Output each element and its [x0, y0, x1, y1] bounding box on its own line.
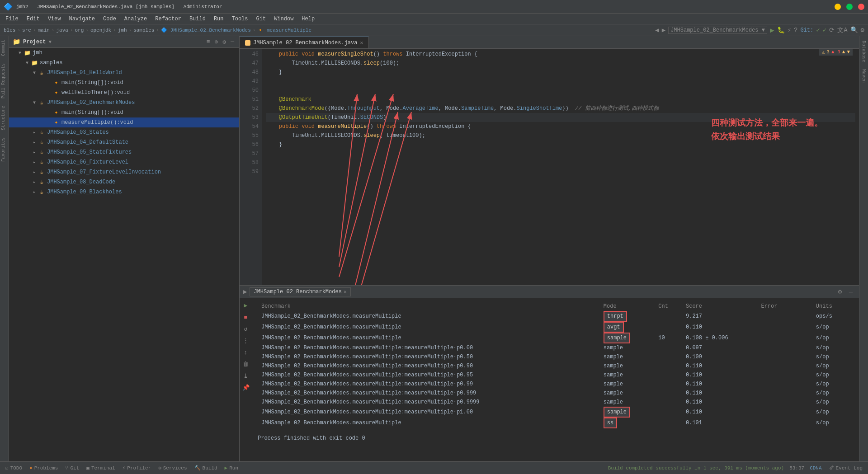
status-terminal-button[interactable]: ▣ Terminal [85, 465, 117, 471]
scroll-down[interactable]: ▼ [847, 49, 850, 55]
cell-cnt [655, 418, 682, 428]
git-history[interactable]: ⟳ [829, 26, 835, 34]
menu-tools[interactable]: Tools [228, 15, 252, 23]
panel-scroll-target[interactable]: ⊕ [213, 38, 220, 46]
run-filter-button[interactable]: ⋮ [241, 336, 250, 345]
project-dropdown[interactable]: ▼ [48, 39, 52, 45]
menu-build[interactable]: Build [186, 15, 209, 23]
status-problems-button[interactable]: ● Problems [28, 465, 60, 471]
tree-item-samples[interactable]: ▼ 📁 samples [9, 58, 239, 68]
right-tab-database[interactable]: Database [860, 38, 867, 65]
menu-navigate[interactable]: Navigate [65, 15, 99, 23]
menu-analyze[interactable]: Analyze [121, 15, 151, 23]
run-tab-benchmarkmodes[interactable]: JMHSample_02_BenchmarkModes ✕ [250, 287, 350, 296]
status-build-button[interactable]: 🔨 Build [193, 465, 219, 471]
mode-badge-red: sample [604, 333, 630, 343]
right-tab-maven[interactable]: Maven [860, 66, 867, 85]
run-rerun-button[interactable]: ↺ [241, 324, 250, 333]
run-pin-button[interactable]: 📌 [241, 383, 250, 392]
close-button[interactable] [858, 4, 864, 10]
profile-button[interactable]: ⚡ [788, 26, 791, 34]
tree-item-benchmarkmodes[interactable]: ▼ ☕ JMHSample_02_BenchmarkModes [9, 98, 239, 108]
breadcrumb-java[interactable]: java [56, 28, 68, 33]
forward-button[interactable]: ▶ [662, 26, 665, 34]
tree-item-states[interactable]: ▸ ☕ JMHSample_03_States [9, 127, 239, 137]
tree-item-blackholes[interactable]: ▸ ☕ JMHSample_09_Blackholes [9, 187, 239, 197]
tree-item-fixturelevel[interactable]: ▸ ☕ JMHSample_06_FixtureLevel [9, 157, 239, 167]
translate-button[interactable]: 文A [837, 26, 847, 34]
minimize-button[interactable] [835, 4, 841, 10]
config-dropdown[interactable]: JMHSample_02_BenchmarkModes ▼ [668, 27, 767, 34]
structure-tab[interactable]: Structure [0, 102, 9, 134]
event-log-button[interactable]: 🗞 Event Log [827, 465, 864, 471]
help-button[interactable]: ? [794, 27, 797, 34]
pull-requests-tab[interactable]: Pull Requests [0, 60, 9, 102]
breadcrumb-samples[interactable]: samples [133, 28, 154, 33]
tree-item-statefixtures[interactable]: ▸ ☕ JMHSample_05_StateFixtures [9, 147, 239, 157]
status-bar-left: ☑ TODO ● Problems ⑂ Git ▣ Terminal ⚡ Pro… [4, 465, 240, 471]
tree-item-defaultstate[interactable]: ▸ ☕ JMHSample_04_DefaultState [9, 137, 239, 147]
run-tab-close[interactable]: ✕ [344, 289, 347, 295]
breadcrumb-main[interactable]: main [38, 28, 49, 33]
status-services-button[interactable]: ⚙ Services [156, 465, 189, 471]
tree-item-wellhello[interactable]: ▸ 🔸 wellHelloThere():void [9, 88, 239, 98]
run-config-button[interactable]: ▶ [770, 26, 774, 35]
breadcrumb-openjdk[interactable]: openjdk [90, 28, 111, 33]
status-todo-button[interactable]: ☑ TODO [4, 465, 24, 471]
maximize-button[interactable] [846, 4, 853, 10]
tree-item-deadcode[interactable]: ▸ ☕ JMHSample_08_DeadCode [9, 177, 239, 187]
menu-file[interactable]: File [2, 15, 22, 23]
menu-git[interactable]: Git [253, 15, 270, 23]
bottom-minimize-button[interactable]: — [846, 287, 855, 296]
breadcrumb-org[interactable]: org [75, 28, 84, 33]
debug-button[interactable]: 🐛 [777, 26, 785, 34]
scroll-up[interactable]: ▲ [842, 49, 845, 55]
code-content[interactable]: public void measureSingleShot() throws I… [262, 49, 859, 285]
menu-run[interactable]: Run [210, 15, 227, 23]
bottom-settings-button[interactable]: ⚙ [835, 287, 844, 296]
tab-close-benchmarkmodes[interactable]: ✕ [360, 40, 363, 46]
menu-view[interactable]: View [44, 15, 65, 23]
code-line-53: @OutputTimeUnit(TimeUnit.SECONDS) [266, 113, 855, 122]
menu-edit[interactable]: Edit [23, 15, 43, 23]
run-stop-button[interactable]: ■ [241, 313, 250, 322]
menu-help[interactable]: Help [298, 15, 318, 23]
status-git-button[interactable]: ⑂ Git [63, 465, 81, 471]
breadcrumb-jmh[interactable]: jmh [118, 28, 127, 33]
breadcrumb-bles[interactable]: bles [4, 28, 15, 33]
panel-settings[interactable]: ⚙ [221, 38, 227, 46]
tree-label-defaultstate: JMHSample_04_DefaultState [47, 139, 128, 145]
run-clear-button[interactable]: 🗑 [241, 360, 250, 369]
favorites-tab[interactable]: Favorites [0, 134, 9, 165]
tree-item-measuremultiple[interactable]: ▸ 🔸 measureMultiple():void [9, 117, 239, 127]
tree-item-main-helloworld[interactable]: ▸ 🔸 main(String[]):void [9, 78, 239, 88]
menu-code[interactable]: Code [99, 15, 120, 23]
breadcrumb-method[interactable]: 🔸 measureMultiple [257, 27, 311, 33]
run-scroll-button[interactable]: ⤓ [241, 371, 250, 380]
breadcrumb-src[interactable]: src [22, 28, 31, 33]
search-toolbar-button[interactable]: 🔍 [850, 26, 858, 34]
panel-minimize[interactable]: — [229, 38, 236, 46]
table-row: JMHSample_02_BenchmarkModes.measureMulti… [258, 418, 854, 428]
settings-toolbar-button[interactable]: ⚙ [861, 26, 864, 34]
tree-item-fixturelevelinvocation[interactable]: ▸ ☕ JMHSample_07_FixtureLevelInvocation [9, 167, 239, 177]
panel-collapse-all[interactable]: ≡ [205, 38, 212, 46]
run-icon[interactable]: ▶ [243, 288, 247, 296]
run-sort-button[interactable]: ↕ [241, 348, 250, 357]
class-icon-fli: ☕ [38, 169, 45, 176]
tree-item-helloworld[interactable]: ▼ ☕ JMHSample_01_HelloWorld [9, 68, 239, 78]
tree-item-jmh[interactable]: ▼ 📁 jmh [9, 48, 239, 58]
window-controls[interactable] [835, 4, 864, 10]
tree-arrow-ph4: ▸ [45, 119, 52, 126]
run-play-button[interactable]: ▶ [241, 301, 250, 310]
back-button[interactable]: ◀ [655, 26, 659, 34]
status-profiler-button[interactable]: ⚡ Profiler [121, 465, 153, 471]
commit-tab[interactable]: Commit [0, 36, 9, 60]
status-run-button[interactable]: ▶ Run [223, 465, 240, 471]
tree-item-main-bm[interactable]: ▸ 🔸 main(String[]):void [9, 108, 239, 117]
code-line-49 [266, 77, 855, 86]
editor-tab-benchmarkmodes[interactable]: JMHSample_02_BenchmarkModes.java ✕ [240, 37, 369, 48]
breadcrumb-class[interactable]: 🔷 JMHSample_02_BenchmarkModes [161, 27, 251, 33]
menu-window[interactable]: Window [270, 15, 297, 23]
menu-refactor[interactable]: Refactor [151, 15, 185, 23]
